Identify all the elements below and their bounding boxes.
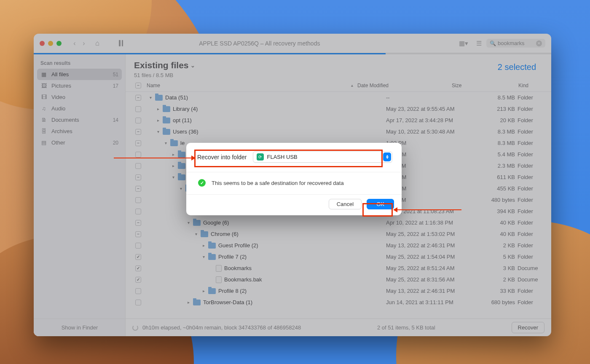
disclosure-icon[interactable]: ▸: [171, 152, 175, 157]
sidebar-item-all-files[interactable]: ▦ All files 51: [37, 69, 122, 80]
row-kind: Docume: [518, 276, 547, 283]
search-input[interactable]: 🔍 bookmarks ✕: [486, 39, 545, 48]
checkbox[interactable]: [135, 152, 141, 158]
ok-button[interactable]: OK: [367, 199, 394, 209]
checkbox-tri[interactable]: –: [135, 231, 141, 237]
sidebar-item-archives[interactable]: 🗄 Archives: [34, 126, 125, 137]
pause-icon[interactable]: [119, 40, 123, 46]
checkbox[interactable]: [135, 209, 141, 214]
checkbox-tri[interactable]: –: [135, 220, 141, 226]
table-row[interactable]: – ▾ Chrome (6) May 25, 2022 at 1:53:02 P…: [126, 228, 551, 240]
sidebar-item-other[interactable]: ▤ Other 20: [34, 137, 125, 148]
disclosure-icon[interactable]: ▾: [164, 141, 168, 145]
show-in-finder-button[interactable]: Show in Finder: [34, 318, 126, 336]
checkbox-tri[interactable]: –: [135, 186, 141, 192]
annotation-arrow: [394, 209, 461, 210]
chevron-down-icon[interactable]: ⌄: [190, 62, 195, 69]
table-row[interactable]: Bookmarks May 25, 2022 at 8:51:24 AM 3 K…: [126, 262, 551, 274]
checkbox[interactable]: [135, 197, 141, 203]
disclosure-icon[interactable]: ▾: [201, 254, 206, 259]
row-kind: Folder: [518, 128, 547, 135]
col-size[interactable]: Size: [452, 83, 461, 88]
window-toolbar: ‹ › ⌂ APPLE SSD AP0256Q – All recovery m…: [34, 34, 551, 53]
zoom-window-button[interactable]: [56, 41, 62, 46]
forward-button[interactable]: ›: [79, 40, 88, 47]
checkbox-tri[interactable]: –: [135, 140, 141, 146]
sidebar-item-video[interactable]: 🎞 Video: [34, 91, 125, 103]
home-icon[interactable]: ⌂: [95, 39, 99, 48]
col-name[interactable]: Name: [147, 83, 160, 88]
checkbox-tri[interactable]: –: [135, 129, 141, 135]
disclosure-icon[interactable]: ▾: [186, 220, 190, 225]
checkbox[interactable]: [135, 163, 141, 169]
search-icon: 🔍: [490, 40, 496, 46]
checkbox[interactable]: [135, 243, 141, 249]
col-kind[interactable]: Kind: [518, 83, 528, 88]
sort-asc-icon[interactable]: ▲: [350, 83, 354, 88]
row-name: Guest Profile (2): [218, 242, 258, 249]
sidebar-item-audio[interactable]: ♫ Audio: [34, 103, 125, 114]
row-size: 480 bytes: [480, 197, 518, 203]
table-row[interactable]: ▸ Guest Profile (2) May 13, 2022 at 2:46…: [126, 240, 551, 251]
checkbox-checked[interactable]: [135, 277, 141, 283]
safe-destination-message: This seems to be a safe destination for …: [212, 180, 344, 186]
checkbox-tri[interactable]: –: [135, 95, 141, 101]
disclosure-icon[interactable]: ▸: [156, 118, 160, 123]
row-kind: Folder: [518, 94, 547, 101]
checkbox[interactable]: [135, 300, 141, 305]
filter-icon[interactable]: ☰: [474, 40, 484, 47]
disclosure-icon[interactable]: ▸: [171, 163, 175, 168]
header-checkbox[interactable]: –: [135, 83, 141, 88]
table-row[interactable]: – ▾ Users (36) May 10, 2022 at 5:30:48 A…: [126, 126, 551, 137]
row-size: 8.3 MB: [480, 140, 518, 146]
disclosure-icon[interactable]: ▸: [201, 243, 206, 248]
disclosure-icon[interactable]: ▸: [186, 300, 190, 305]
col-date[interactable]: Date Modified: [357, 83, 389, 88]
checkbox[interactable]: [135, 288, 141, 294]
checkbox-checked[interactable]: [135, 254, 141, 260]
row-size: 33 KB: [480, 288, 518, 294]
table-row[interactable]: ▸ opt (11) Apr 17, 2022 at 3:44:28 PM 20…: [126, 115, 551, 126]
disclosure-icon[interactable]: ▸: [201, 289, 206, 293]
close-window-button[interactable]: [40, 41, 45, 46]
traffic-lights: [40, 41, 62, 46]
clear-search-icon[interactable]: ✕: [536, 40, 542, 46]
disclosure-icon[interactable]: ▾: [171, 175, 175, 179]
checkbox[interactable]: [135, 106, 141, 112]
destination-combo[interactable]: ⟳ FLASH USB: [253, 151, 392, 163]
cancel-button[interactable]: Cancel: [329, 199, 362, 209]
row-kind: Folder: [518, 219, 547, 226]
table-row[interactable]: ▸ TorBrowser-Data (1) Jun 14, 2021 at 3:…: [126, 297, 551, 308]
table-row[interactable]: Bookmarks.bak May 25, 2022 at 8:31:56 AM…: [126, 274, 551, 285]
row-kind: Folder: [518, 185, 547, 192]
disclosure-icon[interactable]: ▾: [156, 129, 160, 134]
status-bar: 0h10m elapsed, ~0h04m remain, block 3474…: [126, 318, 551, 336]
row-date: May 25, 2022 at 1:53:02 PM: [386, 231, 480, 237]
row-date: May 10, 2022 at 5:30:48 AM: [386, 128, 480, 135]
disclosure-icon[interactable]: ▾: [179, 186, 183, 191]
row-kind: Folder: [518, 197, 547, 203]
combo-handle-icon[interactable]: [383, 153, 391, 161]
table-row[interactable]: ▾ Profile 7 (2) May 25, 2022 at 1:54:04 …: [126, 251, 551, 262]
table-row[interactable]: – ▾ Google (6) Apr 10, 2022 at 1:16:38 P…: [126, 217, 551, 228]
recover-button[interactable]: Recover: [512, 322, 544, 333]
table-row[interactable]: ▸ Library (4) May 23, 2022 at 9:55:45 AM…: [126, 103, 551, 115]
file-icon: [216, 276, 222, 283]
view-options-icon[interactable]: ▦▾: [459, 40, 469, 47]
checkbox-tri[interactable]: –: [135, 174, 141, 180]
row-size: 680 bytes: [480, 299, 518, 305]
checkbox[interactable]: [135, 118, 141, 123]
disclosure-icon[interactable]: ▾: [194, 232, 198, 236]
disclosure-icon[interactable]: ▸: [156, 107, 160, 111]
row-size: 394 KB: [480, 208, 518, 214]
checkbox-checked[interactable]: [135, 265, 141, 271]
main-title[interactable]: Existing files: [134, 60, 189, 70]
disclosure-icon[interactable]: ▾: [148, 95, 153, 100]
table-row[interactable]: – ▾ Data (51) -- 8.5 MB Folder: [126, 92, 551, 103]
sidebar-item-pictures[interactable]: 🖼 Pictures 17: [34, 80, 125, 91]
sidebar-item-documents[interactable]: 🗎 Documents 14: [34, 114, 125, 126]
minimize-window-button[interactable]: [48, 41, 53, 46]
back-button[interactable]: ‹: [70, 40, 79, 47]
row-kind: Folder: [518, 163, 547, 169]
table-row[interactable]: ▸ Profile 8 (2) May 13, 2022 at 2:46:31 …: [126, 285, 551, 297]
